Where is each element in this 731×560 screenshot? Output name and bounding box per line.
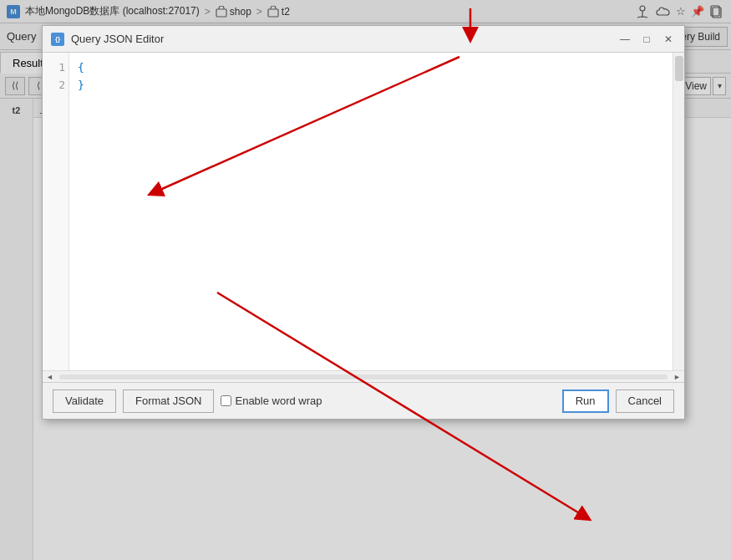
- open-brace: {: [78, 61, 84, 74]
- modal-close-btn[interactable]: ✕: [661, 32, 676, 47]
- modal-bottom-bar: Validate Format JSON Enable word wrap Ru…: [43, 382, 684, 419]
- line-1: {: [78, 59, 664, 77]
- scrollbar-thumb-y: [675, 56, 683, 81]
- scroll-right-arrow[interactable]: ►: [673, 373, 681, 381]
- modal-overlay: {} Query JSON Editor — □ ✕ 1 2 { } ◄: [0, 0, 731, 560]
- editor-area: 1 2 { }: [43, 53, 684, 370]
- h-scrollbar[interactable]: ◄ ►: [43, 370, 684, 382]
- modal-minimize-btn[interactable]: —: [617, 32, 632, 47]
- line-2: }: [78, 77, 664, 94]
- line-num-2: 2: [46, 77, 65, 94]
- editor-scrollbar-y[interactable]: [673, 53, 684, 370]
- scroll-left-arrow[interactable]: ◄: [46, 373, 53, 381]
- word-wrap-checkbox[interactable]: [221, 395, 231, 406]
- word-wrap-label[interactable]: Enable word wrap: [221, 395, 322, 407]
- modal-restore-btn[interactable]: □: [639, 32, 654, 47]
- modal-title: Query JSON Editor: [71, 33, 611, 45]
- line-num-1: 1: [46, 59, 65, 77]
- close-brace: }: [78, 79, 84, 91]
- editor-content[interactable]: { }: [69, 53, 673, 370]
- line-numbers: 1 2: [43, 53, 69, 370]
- validate-btn[interactable]: Validate: [53, 389, 116, 413]
- run-btn[interactable]: Run: [562, 389, 609, 413]
- cancel-btn[interactable]: Cancel: [616, 389, 674, 413]
- format-json-btn[interactable]: Format JSON: [123, 389, 214, 413]
- modal-titlebar: {} Query JSON Editor — □ ✕: [43, 26, 684, 53]
- modal-icon: {}: [51, 33, 64, 46]
- h-scrollbar-track: [59, 374, 668, 379]
- query-json-editor-modal: {} Query JSON Editor — □ ✕ 1 2 { } ◄: [42, 25, 685, 420]
